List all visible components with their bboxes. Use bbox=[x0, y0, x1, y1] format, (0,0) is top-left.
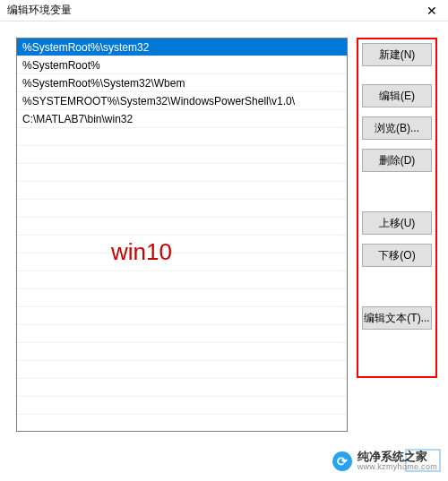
list-item[interactable]: %SYSTEMROOT%\System32\WindowsPowerShell\… bbox=[17, 92, 347, 110]
titlebar: 编辑环境变量 ✕ bbox=[0, 0, 448, 21]
watermark-icon: ⟳ bbox=[332, 451, 352, 471]
watermark-text: 纯净系统之家 www.kzmyhome.com bbox=[358, 451, 437, 472]
close-icon: ✕ bbox=[426, 4, 437, 18]
path-listbox[interactable]: %SystemRoot%\system32 %SystemRoot% %Syst… bbox=[16, 38, 348, 432]
list-empty-row bbox=[17, 361, 347, 379]
browse-button[interactable]: 浏览(B)... bbox=[362, 116, 432, 140]
list-empty-row bbox=[17, 182, 347, 200]
edittext-button[interactable]: 编辑文本(T)... bbox=[362, 306, 432, 330]
button-column: 新建(N) 编辑(E) 浏览(B)... 删除(D) 上移(U) 下移(O) 编… bbox=[357, 38, 437, 378]
list-empty-row bbox=[17, 289, 347, 307]
list-empty-row bbox=[17, 218, 347, 236]
watermark-url: www.kzmyhome.com bbox=[358, 463, 437, 472]
list-empty-row bbox=[17, 253, 347, 271]
list-empty-row bbox=[17, 307, 347, 325]
list-empty-row bbox=[17, 236, 347, 253]
new-button[interactable]: 新建(N) bbox=[362, 43, 432, 66]
list-empty-row bbox=[17, 271, 347, 289]
list-empty-row bbox=[17, 128, 347, 146]
watermark-name: 纯净系统之家 bbox=[358, 451, 437, 463]
list-empty-row bbox=[17, 379, 347, 397]
window-title: 编辑环境变量 bbox=[7, 3, 72, 18]
list-empty-row bbox=[17, 164, 347, 182]
list-empty-row bbox=[17, 397, 347, 415]
refresh-icon: ⟳ bbox=[337, 454, 348, 468]
watermark: ⟳ 纯净系统之家 www.kzmyhome.com bbox=[329, 449, 441, 474]
movedown-button[interactable]: 下移(O) bbox=[362, 244, 432, 267]
delete-button[interactable]: 删除(D) bbox=[362, 149, 432, 172]
list-empty-row bbox=[17, 200, 347, 218]
close-button[interactable]: ✕ bbox=[421, 2, 443, 20]
edit-button[interactable]: 编辑(E) bbox=[362, 84, 432, 107]
list-empty-row bbox=[17, 343, 347, 361]
content-area: %SystemRoot%\system32 %SystemRoot% %Syst… bbox=[0, 21, 448, 432]
moveup-button[interactable]: 上移(U) bbox=[362, 211, 432, 235]
list-item[interactable]: C:\MATLAB7\bin\win32 bbox=[17, 110, 347, 128]
list-empty-row bbox=[17, 325, 347, 343]
list-item[interactable]: %SystemRoot%\system32 bbox=[17, 39, 347, 56]
list-item[interactable]: %SystemRoot%\System32\Wbem bbox=[17, 74, 347, 92]
list-item[interactable]: %SystemRoot% bbox=[17, 56, 347, 74]
list-empty-row bbox=[17, 146, 347, 164]
